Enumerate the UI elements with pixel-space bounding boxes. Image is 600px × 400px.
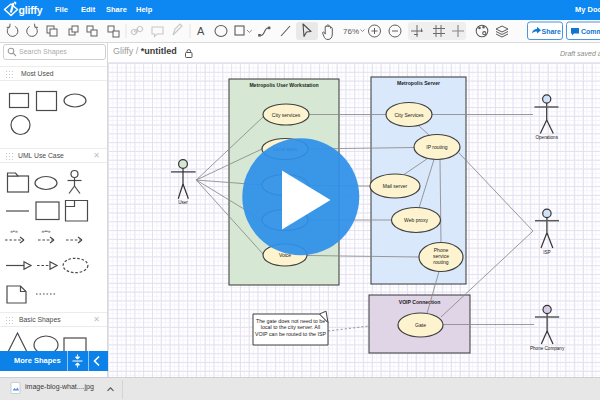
svg-text:City services: City services	[272, 112, 301, 118]
svg-text:User: User	[178, 200, 188, 205]
svg-text:Operations: Operations	[535, 135, 558, 140]
svg-text:A: A	[197, 25, 205, 37]
svg-text:The gate does not need to be: The gate does not need to be	[256, 318, 325, 324]
svg-text:City Services: City Services	[394, 112, 424, 118]
svg-text:VOIP Connection: VOIP Connection	[399, 299, 441, 305]
svg-text:«••»: «••»	[41, 228, 50, 234]
svg-text:Metropolis User Workstation: Metropolis User Workstation	[249, 82, 318, 88]
svg-text:Gate: Gate	[415, 322, 426, 328]
svg-text:Metropolis Server: Metropolis Server	[397, 80, 440, 86]
svg-text:IP routing: IP routing	[426, 144, 448, 150]
svg-text:routing: routing	[433, 259, 449, 265]
svg-text:gliffy: gliffy	[19, 4, 43, 16]
svg-text:Comm: Comm	[581, 28, 600, 35]
svg-text:Web proxy: Web proxy	[404, 217, 428, 223]
svg-text:Mail server: Mail server	[383, 183, 408, 189]
svg-text:76%: 76%	[343, 27, 359, 36]
svg-text:«•»: «•»	[10, 228, 18, 234]
svg-text:VOIP can be routed to the ISP: VOIP can be routed to the ISP	[255, 331, 327, 337]
svg-text:ISP: ISP	[543, 250, 550, 255]
svg-text:local to the city server. All: local to the city server. All	[261, 324, 320, 330]
svg-text:Phone Company: Phone Company	[530, 346, 565, 351]
svg-text:Share: Share	[542, 28, 562, 35]
